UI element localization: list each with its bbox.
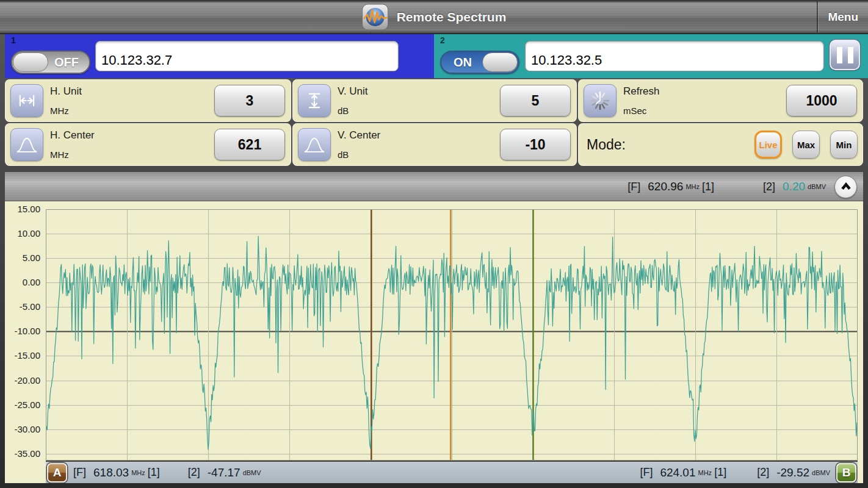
toggle-state-label: ON xyxy=(454,56,472,70)
bell-curve-icon xyxy=(10,128,43,161)
y-axis-label: 0.00 xyxy=(5,277,40,288)
y-axis-label: -10.00 xyxy=(5,326,40,337)
refresh-cell: Refresh mSec 1000 xyxy=(578,79,863,122)
toggle-state-label: OFF xyxy=(54,56,79,70)
y-axis-label: -20.00 xyxy=(5,375,40,386)
mode-live-button[interactable]: Live xyxy=(754,131,782,159)
mode-label: Mode: xyxy=(587,137,626,153)
y-axis-label: -30.00 xyxy=(5,424,40,435)
mode-button-group: Live Max Min xyxy=(754,131,858,159)
bell-curve-icon xyxy=(298,128,331,161)
level-unit: dBMV xyxy=(812,469,830,476)
v-unit-unit: dB xyxy=(338,106,349,116)
marker-b-level: -29.52 xyxy=(776,466,809,479)
marker-b-frequency: 624.01 xyxy=(660,466,695,479)
remote-spectrum-app: Remote Spectrum Menu 1 OFF 2 ON xyxy=(0,0,868,488)
chevron-up-icon xyxy=(839,180,853,193)
v-center-label: V. Center xyxy=(338,129,380,142)
v-center-unit: dB xyxy=(338,149,349,160)
v-span-icon xyxy=(298,84,331,117)
marker-b-readout: [F] 624.01 MHz [1] [2] -29.52 dBMV B xyxy=(640,463,856,483)
pause-button[interactable] xyxy=(830,40,860,70)
freq-prefix: [F] xyxy=(640,466,653,479)
spectrum-plot-region: 15.0010.005.000.00-5.00-10.00-15.00-20.0… xyxy=(5,201,863,483)
y-axis-label: 15.00 xyxy=(5,204,40,215)
connection-2-ip-input[interactable] xyxy=(525,41,824,71)
trace1-tag: [1] xyxy=(714,466,726,479)
connection-1-ip-input[interactable] xyxy=(95,41,399,71)
connection-1-number: 1 xyxy=(11,35,16,45)
center-marker-readout: [F] 620.96 MHz [1] [2] 0.20 dBMV xyxy=(627,172,857,201)
freq-prefix: [F] xyxy=(627,181,640,193)
v-unit-value-button[interactable]: 5 xyxy=(500,85,571,117)
connection-2-number: 2 xyxy=(440,35,445,45)
app-title-group: Remote Spectrum xyxy=(362,4,507,30)
h-center-label: H. Center xyxy=(50,129,95,142)
y-axis-label: -5.00 xyxy=(5,301,40,312)
header-divider xyxy=(817,1,818,32)
v-unit-cell: V. Unit dB 5 xyxy=(292,79,577,122)
connection-2-toggle[interactable]: ON xyxy=(440,51,519,74)
trace2-tag: [2] xyxy=(757,466,769,479)
mode-cell: Mode: Live Max Min xyxy=(578,123,863,166)
level-unit: dBMV xyxy=(243,469,261,476)
refresh-label: Refresh xyxy=(623,85,660,98)
y-axis-label: -25.00 xyxy=(5,400,40,411)
h-center-cell: H. Center MHz 621 xyxy=(5,123,291,166)
toggle-knob xyxy=(13,52,48,72)
marker-b-button[interactable]: B xyxy=(836,463,856,483)
mode-max-button[interactable]: Max xyxy=(792,131,820,159)
center-level-value: 0.20 xyxy=(783,180,805,193)
h-unit-label: H. Unit xyxy=(50,85,82,98)
app-title: Remote Spectrum xyxy=(397,10,507,24)
app-header: Remote Spectrum Menu xyxy=(0,0,868,34)
marker-a-level: -47.17 xyxy=(208,466,241,479)
v-center-cell: V. Center dB -10 xyxy=(292,123,577,166)
trace1-tag: [1] xyxy=(702,181,714,193)
h-center-value-button[interactable]: 621 xyxy=(214,129,285,160)
chart-toolbar: [F] 620.96 MHz [1] [2] 0.20 dBMV xyxy=(5,172,863,201)
pause-icon xyxy=(837,47,842,63)
connection-panel-1: 1 OFF xyxy=(5,34,434,78)
trace2-tag: [2] xyxy=(188,466,200,479)
y-axis-label: 10.00 xyxy=(5,228,40,239)
refresh-value-button[interactable]: 1000 xyxy=(786,85,857,117)
freq-prefix: [F] xyxy=(73,466,86,479)
toggle-knob xyxy=(482,52,518,72)
y-axis-label: 5.00 xyxy=(5,253,40,264)
marker-readout-bar: A [F] 618.03 MHz [1] [2] -47.17 dBMV [F]… xyxy=(46,461,858,483)
y-axis-label: -15.00 xyxy=(5,350,40,361)
v-unit-label: V. Unit xyxy=(338,85,367,98)
h-unit-value-button[interactable]: 3 xyxy=(214,85,285,117)
h-center-unit: MHz xyxy=(50,149,69,160)
marker-a-frequency: 618.03 xyxy=(93,466,129,479)
connection-panel-2: 2 ON xyxy=(434,34,868,78)
clock-icon xyxy=(584,84,617,117)
frequency-unit: MHz xyxy=(685,183,700,190)
marker-a-readout: A [F] 618.03 MHz [1] [2] -47.17 dBMV xyxy=(47,463,261,483)
center-frequency-value: 620.96 xyxy=(648,180,683,193)
h-unit-cell: H. Unit MHz 3 xyxy=(5,79,291,122)
trace1-tag: [1] xyxy=(148,466,160,479)
refresh-unit: mSec xyxy=(623,106,646,116)
collapse-panel-button[interactable] xyxy=(834,176,857,198)
app-logo-icon xyxy=(362,4,389,30)
v-center-value-button[interactable]: -10 xyxy=(500,129,571,160)
pause-icon xyxy=(848,47,853,63)
marker-a-button[interactable]: A xyxy=(47,463,67,483)
menu-button[interactable]: Menu xyxy=(828,0,858,34)
level-unit: dBMV xyxy=(808,183,826,190)
connection-1-toggle[interactable]: OFF xyxy=(11,51,90,74)
spectrum-canvas[interactable] xyxy=(46,209,858,461)
y-axis-label: -35.00 xyxy=(5,448,40,459)
mode-min-button[interactable]: Min xyxy=(830,131,858,159)
h-span-icon xyxy=(10,84,43,117)
frequency-unit: MHz xyxy=(131,469,145,476)
h-unit-unit: MHz xyxy=(50,106,69,116)
trace2-tag: [2] xyxy=(763,181,775,193)
frequency-unit: MHz xyxy=(698,469,712,476)
